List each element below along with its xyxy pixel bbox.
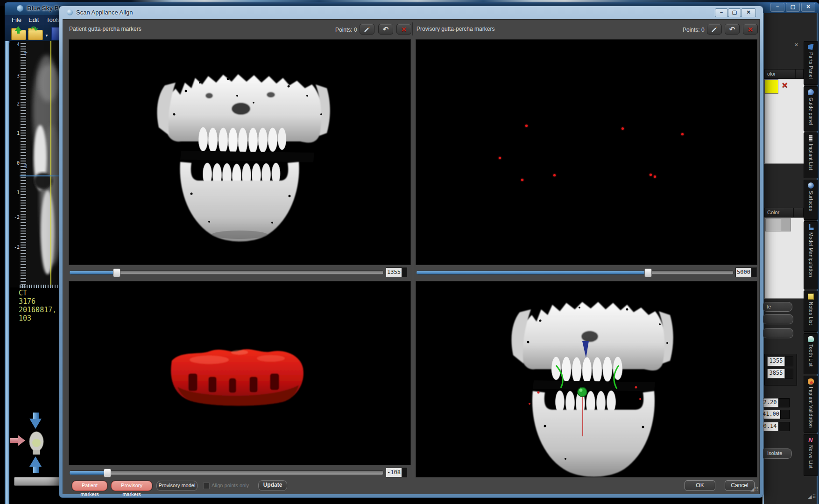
- patient-pick-point-button[interactable]: [360, 24, 374, 35]
- slider-handle[interactable]: [104, 469, 111, 477]
- provisory-markers-viewport[interactable]: [416, 39, 757, 265]
- update-button[interactable]: Update: [258, 480, 287, 491]
- gutta-percha-marker-dot[interactable]: [525, 125, 528, 127]
- delete-part-icon[interactable]: ✕: [782, 82, 788, 89]
- provisory-pick-point-button[interactable]: [707, 24, 722, 35]
- partial-button-2[interactable]: [763, 314, 793, 324]
- ok-button[interactable]: OK: [685, 480, 715, 491]
- dialog-close-button[interactable]: ✕: [741, 8, 756, 17]
- slider-track[interactable]: [69, 470, 384, 475]
- tab-parts-panel[interactable]: Parts Panel: [804, 41, 818, 85]
- menu-file[interactable]: File: [12, 16, 21, 23]
- folder-dropdown-icon[interactable]: ▼: [45, 34, 49, 38]
- parts-table-color-header[interactable]: olor: [764, 69, 795, 79]
- dialog-icon: [67, 9, 73, 15]
- nav-up-arrow[interactable]: [29, 456, 42, 467]
- value-spinner-2[interactable]: [780, 410, 790, 419]
- surfaces-cell[interactable]: [781, 218, 791, 231]
- main-maximize-button[interactable]: ▢: [786, 3, 800, 12]
- value-field-3[interactable]: 0.14: [761, 422, 779, 431]
- ct-slice-panel[interactable]: 4 3 2 1 0 -1 -2 -2 T B: [10, 41, 60, 287]
- gutta-percha-marker-dot[interactable]: [499, 157, 501, 159]
- threshold-upper-spinner[interactable]: [785, 369, 793, 378]
- value-field-2[interactable]: 41.00: [761, 410, 781, 419]
- slice-indicator-line[interactable]: [50, 41, 51, 287]
- ct-bottom-ruler: [20, 285, 60, 288]
- parts-table-header-2[interactable]: [795, 69, 804, 79]
- app-icon: [17, 5, 23, 12]
- surfaces-table-header-2[interactable]: [793, 208, 804, 217]
- patient-3d-viewport[interactable]: [69, 39, 411, 265]
- gutta-percha-marker-dot[interactable]: [621, 127, 624, 130]
- dialog-resize-grip[interactable]: ◢ ⠿: [750, 486, 758, 492]
- partial-button-te[interactable]: te: [763, 302, 792, 312]
- dialog-minimize-button[interactable]: –: [715, 8, 728, 17]
- align-points-only-checkbox[interactable]: [203, 483, 210, 489]
- aligned-3d-viewport[interactable]: [416, 281, 757, 477]
- provisory-threshold-value[interactable]: 5000: [735, 267, 757, 277]
- tab-model-manipulation[interactable]: Model Manipulation: [804, 221, 818, 289]
- provisory-model-viewport[interactable]: [69, 281, 411, 465]
- model-position-value[interactable]: -108: [386, 468, 407, 477]
- crosshair-line[interactable]: [20, 175, 60, 176]
- orientation-head-icon[interactable]: [27, 430, 46, 456]
- marker-dot-layer: [416, 40, 757, 265]
- patient-markers-toggle[interactable]: Patient markers: [72, 481, 107, 491]
- threshold-upper-field[interactable]: 3855: [767, 369, 785, 378]
- isolate-button[interactable]: Isolate: [761, 448, 792, 459]
- gutta-percha-marker-dot[interactable]: [650, 174, 652, 176]
- patient-threshold-slider[interactable]: [69, 268, 384, 276]
- main-minimize-button[interactable]: –: [770, 3, 784, 12]
- gutta-percha-marker-dot[interactable]: [654, 175, 656, 178]
- gutta-percha-marker-dot[interactable]: [553, 174, 556, 176]
- surfaces-table-color-header[interactable]: Color: [764, 208, 793, 217]
- sidebar-scrollbar[interactable]: [14, 477, 64, 486]
- open-folder-icon[interactable]: [11, 28, 25, 39]
- main-close-button[interactable]: ✕: [801, 3, 815, 12]
- provisory-model-toggle[interactable]: Provisory model: [156, 481, 198, 491]
- tab-implant-validation[interactable]: Implant Validation: [804, 376, 818, 433]
- slider-handle[interactable]: [113, 268, 120, 277]
- tab-nerve-list[interactable]: N Nerve List: [804, 434, 818, 476]
- slider-handle[interactable]: [644, 268, 652, 277]
- scan-appliance-align-dialog: Scan Appliance Align – ▢ ✕ Patient gutta…: [59, 6, 763, 498]
- provisory-undo-button[interactable]: ↶: [725, 24, 740, 35]
- value-spinner-1[interactable]: [778, 398, 790, 407]
- partial-button-3[interactable]: [763, 328, 793, 338]
- patient-threshold-value[interactable]: 1355: [386, 267, 407, 277]
- tab-surfaces[interactable]: Surfaces: [804, 180, 818, 220]
- threshold-lower-spinner[interactable]: [785, 357, 793, 366]
- value-spinner-3[interactable]: [778, 422, 790, 431]
- value-field-1[interactable]: 2.20: [761, 398, 779, 407]
- tab-tooth-list[interactable]: Tooth List: [804, 333, 818, 374]
- header-divider: [412, 22, 413, 35]
- pencil-icon: [363, 26, 371, 33]
- model-position-slider[interactable]: [69, 469, 384, 476]
- panel-resize-grip[interactable]: ◢ ⠿: [808, 494, 816, 500]
- provisory-delete-points-button[interactable]: ✕: [743, 24, 758, 35]
- tab-implant-list[interactable]: Implant List: [804, 133, 818, 178]
- color-swatch-gray[interactable]: [765, 218, 782, 231]
- export-folder-icon[interactable]: ↷: [28, 28, 42, 39]
- menu-tools[interactable]: Tools: [46, 16, 60, 23]
- ruler-number: 2: [11, 101, 20, 106]
- slider-fill: [70, 271, 117, 274]
- patient-delete-points-button[interactable]: ✕: [396, 24, 411, 35]
- menu-edit[interactable]: Edit: [28, 16, 39, 23]
- patient-undo-button[interactable]: ↶: [378, 24, 393, 35]
- threshold-lower-field[interactable]: 1355: [767, 357, 785, 366]
- gutta-percha-marker-dot[interactable]: [681, 133, 684, 135]
- slider-fill: [70, 471, 107, 475]
- tab-notes-list[interactable]: Notes List: [804, 291, 818, 332]
- export-arrow-icon: ↷: [31, 24, 38, 35]
- dialog-maximize-button[interactable]: ▢: [728, 8, 741, 17]
- panel-close-icon[interactable]: ✕: [794, 42, 798, 48]
- tab-guide-panel[interactable]: Guide panel: [804, 86, 818, 131]
- gutta-percha-marker-dot[interactable]: [521, 179, 523, 181]
- color-swatch-yellow[interactable]: [764, 79, 778, 94]
- undo-icon: ↶: [729, 26, 735, 33]
- nav-down-arrow[interactable]: [29, 413, 42, 429]
- provisory-markers-toggle[interactable]: Provisory markers: [111, 481, 152, 491]
- provisory-threshold-slider[interactable]: [416, 268, 734, 276]
- right-tab-strip: Parts Panel Guide panel Implant List Sur…: [804, 41, 818, 476]
